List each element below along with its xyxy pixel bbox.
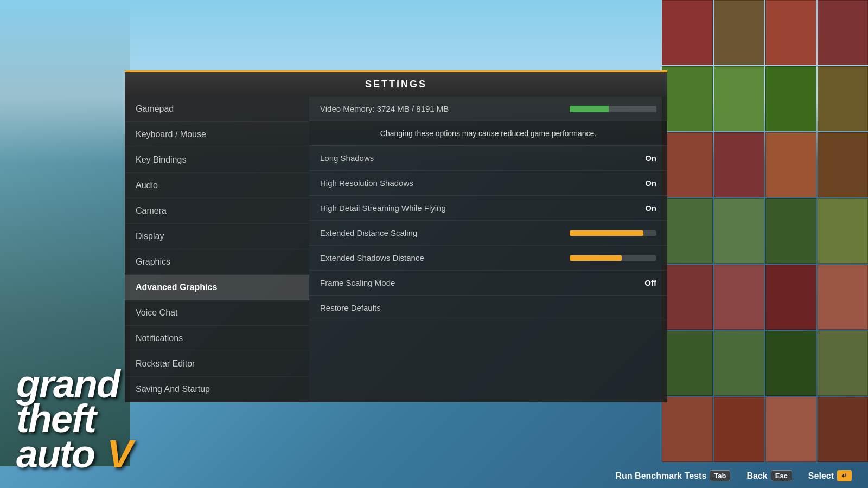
video-memory-fill (570, 106, 609, 112)
nav-item-keyboard-mouse[interactable]: Keyboard / Mouse (125, 122, 309, 147)
back-label: Back (746, 471, 767, 481)
setting-value-high-res-shadows: On (645, 178, 656, 188)
setting-label-high-detail-streaming: High Detail Streaming While Flying (320, 203, 446, 213)
setting-row-ext-shadows-distance[interactable]: Extended Shadows Distance (309, 246, 667, 271)
setting-row-high-res-shadows[interactable]: High Resolution Shadows On (309, 171, 667, 196)
video-memory-row: Video Memory: 3724 MB / 8191 MB (309, 97, 667, 121)
nav-item-rockstar-editor[interactable]: Rockstar Editor (125, 351, 309, 377)
ext-shadows-distance-slider[interactable] (570, 255, 656, 261)
gta-logo: grand theft auto V (16, 367, 132, 472)
nav-item-gamepad[interactable]: Gamepad (125, 97, 309, 122)
ext-shadows-distance-fill (570, 255, 622, 261)
setting-row-long-shadows[interactable]: Long Shadows On (309, 146, 667, 171)
container-bg-right (662, 0, 868, 488)
run-benchmark-label: Run Benchmark Tests (616, 471, 707, 481)
warning-text: Changing these options may cause reduced… (309, 121, 667, 146)
setting-value-long-shadows: On (645, 153, 656, 163)
setting-label-ext-distance-scaling: Extended Distance Scaling (320, 228, 417, 237)
restore-defaults-row[interactable]: Restore Defaults (309, 296, 667, 320)
nav-item-audio[interactable]: Audio (125, 173, 309, 198)
setting-row-high-detail-streaming[interactable]: High Detail Streaming While Flying On (309, 196, 667, 221)
nav-item-key-bindings[interactable]: Key Bindings (125, 147, 309, 173)
setting-label-frame-scaling: Frame Scaling Mode (320, 278, 395, 287)
back-btn[interactable]: Back Esc (746, 470, 792, 481)
nav-item-voice-chat[interactable]: Voice Chat (125, 300, 309, 326)
nav-item-display[interactable]: Display (125, 224, 309, 249)
nav-item-advanced-graphics[interactable]: Advanced Graphics (125, 275, 309, 300)
select-btn[interactable]: Select ↵ (808, 470, 852, 481)
setting-value-frame-scaling: Off (644, 278, 656, 287)
video-memory-bar (570, 106, 656, 112)
run-benchmark-btn[interactable]: Run Benchmark Tests Tab (616, 470, 731, 481)
select-key: ↵ (837, 470, 852, 481)
nav-item-notifications[interactable]: Notifications (125, 326, 309, 351)
setting-row-frame-scaling[interactable]: Frame Scaling Mode Off (309, 271, 667, 296)
settings-title: SETTINGS (125, 70, 667, 97)
ext-distance-scaling-fill (570, 230, 643, 236)
back-key: Esc (771, 470, 792, 481)
nav-item-graphics[interactable]: Graphics (125, 249, 309, 275)
setting-label-long-shadows: Long Shadows (320, 153, 374, 163)
nav-item-saving-startup[interactable]: Saving And Startup (125, 377, 309, 402)
video-memory-label: Video Memory: 3724 MB / 8191 MB (320, 104, 449, 113)
run-benchmark-key: Tab (710, 470, 730, 481)
content-panel: Video Memory: 3724 MB / 8191 MB Changing… (309, 97, 667, 402)
setting-label-high-res-shadows: High Resolution Shadows (320, 178, 413, 188)
setting-row-ext-distance-scaling[interactable]: Extended Distance Scaling (309, 221, 667, 246)
select-label: Select (808, 471, 834, 481)
ext-distance-scaling-slider[interactable] (570, 230, 656, 236)
settings-panel: SETTINGS Gamepad Keyboard / Mouse Key Bi… (125, 70, 667, 402)
settings-body: Gamepad Keyboard / Mouse Key Bindings Au… (125, 97, 667, 402)
setting-label-ext-shadows-distance: Extended Shadows Distance (320, 253, 424, 262)
bottom-bar: Run Benchmark Tests Tab Back Esc Select … (0, 464, 868, 488)
gta-logo-text: grand theft auto V (16, 367, 132, 472)
setting-value-high-detail-streaming: On (645, 203, 656, 213)
nav-item-camera[interactable]: Camera (125, 198, 309, 224)
restore-defaults-label: Restore Defaults (320, 303, 381, 312)
nav-menu: Gamepad Keyboard / Mouse Key Bindings Au… (125, 97, 309, 402)
